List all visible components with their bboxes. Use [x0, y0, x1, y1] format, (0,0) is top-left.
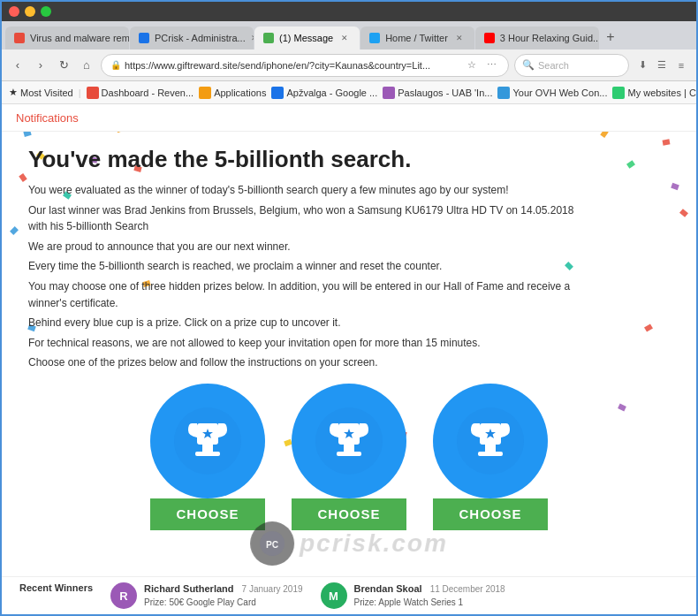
home-button[interactable]: ⌂ — [78, 57, 95, 74]
winner-avatar-2: M — [321, 582, 347, 609]
choose-button-1[interactable]: CHOOSE — [150, 498, 265, 530]
tab-pcrisk[interactable]: PCrisk - Administra... ✕ — [130, 27, 254, 49]
winner-entry-2: M Brendan Skoal 11 December 2018 Prize: … — [321, 582, 505, 609]
bookmark-most-visited[interactable]: ★ Most Visited — [9, 87, 73, 98]
bookmark-websites[interactable]: My websites | Cloud... — [612, 87, 696, 99]
recent-winners-bar: Recent Winners R Richard Sutherland 7 Ja… — [2, 576, 696, 614]
tab-close-icon[interactable]: ✕ — [453, 32, 466, 44]
bookmark-paslaugos[interactable]: Paslaugos - UAB 'In... — [383, 87, 492, 99]
winner-entry-1: R Richard Sutherland 7 January 2019 Priz… — [110, 582, 302, 609]
tab-relaxing[interactable]: 3 Hour Relaxing Guid... ✕ — [475, 27, 599, 49]
paragraph-4: Every time the 5-billionth search is rea… — [28, 258, 594, 275]
page-area: Notifications Log In You've made the 5-b… — [2, 104, 696, 614]
new-tab-button[interactable]: + — [600, 27, 621, 48]
paragraph-2: Our last winner was Brad Jenkins from Br… — [28, 202, 594, 235]
prize-circle-2[interactable] — [292, 384, 406, 498]
paragraph-6: Behind every blue cup is a prize. Click … — [28, 315, 594, 331]
bookmark-dashboard[interactable]: Dashboard - Reven... — [87, 87, 194, 99]
svg-rect-7 — [344, 445, 354, 452]
maximize-button[interactable] — [41, 6, 51, 17]
winner-name-2: Brendan Skoal 11 December 2018 — [354, 582, 505, 596]
address-actions: ☆ ⋯ — [464, 57, 499, 73]
download-icon[interactable]: ⬇ — [634, 57, 650, 73]
prize-item-3: ChooSE — [433, 384, 548, 530]
bm-favicon — [87, 87, 99, 99]
winner-prize-1: Prize: 50€ Google Play Card — [144, 597, 302, 609]
title-bar — [2, 2, 696, 21]
main-content: You've made the 5-billionth search. You … — [2, 132, 696, 539]
prize-circle-3[interactable] — [433, 384, 548, 498]
winner-prize-2: Prize: Apple Watch Series 1 — [354, 597, 505, 609]
trophy-icon-1 — [172, 406, 243, 476]
bookmark-apzvalga[interactable]: Apžvalga - Google ... — [271, 87, 377, 99]
bookmarks-bar: ★ Most Visited | Dashboard - Reven... Ap… — [2, 81, 696, 104]
menu-icon[interactable]: ≡ — [673, 57, 689, 73]
back-button[interactable]: ‹ — [9, 57, 27, 74]
bookmark-ovh[interactable]: Your OVH Web Con... — [497, 87, 607, 99]
tab-twitter[interactable]: Home / Twitter ✕ — [360, 27, 474, 49]
close-button[interactable] — [9, 6, 19, 17]
star-icon: ★ — [9, 87, 18, 98]
forward-button[interactable]: › — [32, 57, 49, 74]
paragraph-8: Choose one of the prizes below and follo… — [28, 354, 594, 371]
notification-text: Notifications — [16, 111, 79, 125]
paragraph-5: You may choose one of three hidden prize… — [28, 278, 594, 311]
bm-favicon — [612, 87, 625, 99]
bm-favicon — [199, 87, 211, 99]
tab-favicon — [139, 33, 149, 43]
svg-text:PC: PC — [266, 540, 278, 550]
tab-bar: Virus and malware remo... ✕ PCrisk - Adm… — [2, 21, 696, 49]
tab-close-icon[interactable]: ✕ — [251, 32, 254, 44]
address-bar-row: ‹ › ↻ ⌂ 🔒 https://www.giftreward.site/se… — [2, 49, 696, 81]
paragraph-3: We are proud to announce that you are ou… — [28, 239, 594, 255]
search-placeholder: Search — [538, 60, 569, 71]
recent-winners-label: Recent Winners — [19, 582, 93, 609]
choose-button-3[interactable]: ChooSE — [433, 498, 548, 530]
tab-close-icon[interactable]: ✕ — [338, 32, 351, 44]
paragraph-7: For technical reasons, we are not allowe… — [28, 335, 594, 352]
more-icon[interactable]: ⋯ — [483, 57, 499, 73]
trophy-icon-2 — [314, 406, 384, 476]
tab-favicon — [484, 33, 495, 43]
notification-bar: Notifications — [2, 104, 696, 132]
winner-info-1: Richard Sutherland 7 January 2019 Prize:… — [144, 582, 302, 608]
svg-rect-2 — [202, 445, 213, 452]
trophy-icon-3 — [455, 406, 526, 476]
svg-rect-3 — [195, 452, 220, 456]
tab-favicon — [369, 33, 380, 43]
address-box[interactable]: 🔒 https://www.giftreward.site/send/iphon… — [101, 54, 509, 77]
tab-favicon — [263, 33, 274, 43]
prize-item-1: CHOOSE — [150, 384, 265, 530]
winner-avatar-1: R — [110, 582, 137, 609]
sidebar-icon[interactable]: ☰ — [654, 57, 670, 73]
bm-favicon — [271, 87, 284, 99]
reload-button[interactable]: ↻ — [55, 57, 72, 74]
bm-favicon — [497, 87, 510, 99]
minimize-button[interactable] — [25, 6, 35, 17]
svg-rect-13 — [478, 452, 503, 456]
page-headline: You've made the 5-billionth search. — [28, 146, 670, 173]
browser-frame: Virus and malware remo... ✕ PCrisk - Adm… — [0, 0, 698, 616]
choose-button-2[interactable]: CHOOSE — [292, 498, 406, 530]
prize-circle-1[interactable] — [150, 384, 265, 498]
winner-name-1: Richard Sutherland 7 January 2019 — [144, 582, 302, 596]
prizes-row: CHOOSE CH — [28, 384, 670, 530]
bm-favicon — [383, 87, 395, 99]
prize-item-2: CHOOSE — [292, 384, 406, 530]
search-box[interactable]: 🔍 Search — [514, 54, 629, 77]
bookmark-applications[interactable]: Applications — [199, 87, 266, 99]
search-icon: 🔍 — [522, 59, 535, 71]
toolbar-icons: ⬇ ☰ ≡ — [634, 57, 689, 73]
winner-info-2: Brendan Skoal 11 December 2018 Prize: Ap… — [354, 582, 505, 608]
tab-favicon — [14, 33, 25, 43]
paragraph-1: You were evaluated as the winner of toda… — [28, 182, 594, 199]
url-text: https://www.giftreward.site/send/iphone/… — [125, 60, 460, 71]
bookmark-star-icon[interactable]: ☆ — [464, 57, 480, 73]
svg-rect-8 — [337, 452, 361, 456]
lock-icon: 🔒 — [110, 60, 121, 70]
svg-rect-12 — [485, 445, 496, 452]
tab-virus[interactable]: Virus and malware remo... ✕ — [5, 27, 129, 49]
tab-message[interactable]: (1) Message ✕ — [254, 27, 360, 49]
